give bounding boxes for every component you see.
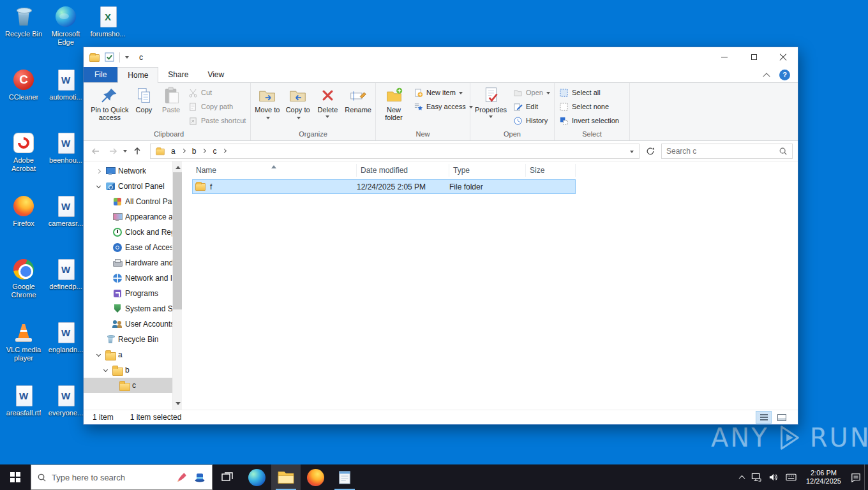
address-history-chevron-icon[interactable] bbox=[625, 147, 639, 156]
tree-item[interactable]: Network and In bbox=[84, 271, 172, 286]
tree-item[interactable]: Ease of Access bbox=[84, 240, 172, 255]
qat-customize-chevron-icon[interactable] bbox=[125, 56, 129, 61]
select-none-button[interactable]: Select none bbox=[556, 100, 627, 114]
task-view-button[interactable] bbox=[213, 464, 242, 490]
edit-button[interactable]: Edit bbox=[510, 100, 551, 114]
sidebar-scrollbar[interactable] bbox=[172, 161, 182, 410]
copy-button[interactable]: Copy bbox=[131, 84, 158, 130]
up-button[interactable] bbox=[130, 146, 144, 156]
new-item-button[interactable]: New item bbox=[410, 85, 468, 100]
tree-item[interactable]: Appearance an bbox=[84, 209, 172, 225]
tree-item[interactable]: Control Panel bbox=[84, 179, 172, 194]
select-all-button[interactable]: Select all bbox=[556, 85, 627, 100]
details-view-button[interactable] bbox=[756, 412, 771, 423]
tree-item[interactable]: b bbox=[84, 362, 172, 378]
cut-button[interactable]: Cut bbox=[185, 85, 249, 100]
tree-chevron-icon[interactable] bbox=[96, 352, 103, 359]
tree-item[interactable]: a bbox=[84, 347, 172, 362]
scroll-up-icon[interactable] bbox=[173, 161, 183, 171]
tree-chevron-icon[interactable] bbox=[103, 244, 110, 251]
tree-chevron-icon[interactable] bbox=[110, 382, 117, 389]
back-button[interactable] bbox=[89, 146, 103, 156]
copy-to-button[interactable]: Copy to bbox=[283, 84, 313, 130]
open-button[interactable]: Open bbox=[510, 85, 551, 100]
qat-properties-button[interactable] bbox=[105, 52, 114, 62]
tree-chevron-icon[interactable] bbox=[103, 321, 110, 328]
properties-button[interactable]: Properties bbox=[472, 84, 510, 130]
desktop-icon[interactable]: Firefox bbox=[3, 192, 45, 255]
hidden-icons-button[interactable] bbox=[740, 475, 744, 480]
desktop-icon[interactable]: Adobe Acrobat bbox=[3, 129, 45, 192]
tree-chevron-icon[interactable] bbox=[103, 214, 110, 221]
scrollbar-thumb[interactable] bbox=[173, 172, 182, 309]
desktop-icon[interactable]: camerasr... bbox=[45, 192, 87, 255]
tree-item[interactable]: c bbox=[84, 378, 172, 393]
search-highlight-hat-icon[interactable] bbox=[193, 471, 206, 484]
tree-chevron-icon[interactable] bbox=[103, 260, 110, 267]
network-tray-icon[interactable] bbox=[751, 473, 761, 482]
tree-chevron-icon[interactable] bbox=[103, 290, 110, 297]
taskbar-search-box[interactable] bbox=[31, 464, 213, 490]
tree-chevron-icon[interactable] bbox=[96, 168, 103, 175]
desktop-icon[interactable]: definedp... bbox=[45, 255, 87, 318]
search-highlight-brush-icon[interactable] bbox=[176, 471, 188, 484]
tree-chevron-icon[interactable] bbox=[103, 198, 110, 205]
tab-share[interactable]: Share bbox=[158, 67, 198, 82]
touch-keyboard-tray-icon[interactable] bbox=[786, 473, 797, 481]
title-bar[interactable]: c bbox=[84, 47, 798, 67]
easy-access-button[interactable]: Easy access bbox=[410, 100, 468, 114]
tree-item[interactable]: System and Se bbox=[84, 301, 172, 316]
taskbar-explorer-button[interactable] bbox=[271, 464, 301, 490]
recent-locations-chevron-icon[interactable] bbox=[123, 150, 127, 154]
scroll-down-icon[interactable] bbox=[173, 400, 183, 410]
close-button[interactable] bbox=[768, 47, 798, 67]
desktop-icon[interactable]: areasfall.rtf bbox=[3, 382, 45, 445]
tree-chevron-icon[interactable] bbox=[103, 367, 110, 374]
desktop-icon[interactable]: Recycle Bin bbox=[3, 3, 45, 66]
refresh-button[interactable] bbox=[643, 147, 658, 156]
desktop-icon[interactable]: englandn... bbox=[45, 318, 87, 382]
desktop-icon[interactable]: automoti... bbox=[45, 66, 87, 129]
volume-tray-icon[interactable] bbox=[768, 473, 779, 482]
desktop-icon[interactable]: beenhou... bbox=[45, 129, 87, 192]
taskbar-firefox-button[interactable] bbox=[301, 464, 330, 490]
tree-item[interactable]: Clock and Regi bbox=[84, 225, 172, 240]
tab-home[interactable]: Home bbox=[117, 67, 158, 83]
address-bar[interactable]: abc bbox=[150, 144, 640, 159]
collapse-ribbon-icon[interactable] bbox=[763, 73, 770, 80]
thumbnails-view-button[interactable] bbox=[774, 412, 789, 423]
desktop-icon[interactable]: VLC media player bbox=[3, 318, 45, 382]
column-header[interactable]: Type bbox=[449, 164, 526, 177]
pin-to-quick-access-button[interactable]: Pin to Quick access bbox=[89, 84, 131, 130]
breadcrumb-segment[interactable]: b bbox=[188, 147, 209, 156]
tree-item[interactable]: Recycle Bin bbox=[84, 332, 172, 347]
action-center-button[interactable] bbox=[851, 473, 861, 482]
history-button[interactable]: History bbox=[510, 114, 551, 128]
start-button[interactable] bbox=[0, 464, 31, 490]
tab-view[interactable]: View bbox=[198, 67, 234, 82]
tree-item[interactable]: All Control Par bbox=[84, 194, 172, 209]
tree-chevron-icon[interactable] bbox=[103, 275, 110, 282]
rename-button[interactable]: Rename bbox=[342, 84, 374, 130]
minimize-button[interactable] bbox=[710, 47, 739, 67]
breadcrumb-segment[interactable]: a bbox=[167, 147, 188, 156]
taskbar-clock[interactable]: 2:06 PM 12/24/2025 bbox=[804, 469, 844, 486]
tree-chevron-icon[interactable] bbox=[96, 336, 103, 343]
tree-chevron-icon[interactable] bbox=[96, 183, 103, 190]
tree-chevron-icon[interactable] bbox=[103, 229, 110, 236]
desktop-icon[interactable]: Microsoft Edge bbox=[45, 3, 87, 66]
paste-button[interactable]: Paste bbox=[157, 84, 185, 130]
taskbar-search-input[interactable] bbox=[52, 473, 170, 482]
new-folder-button[interactable]: New folder bbox=[377, 84, 410, 130]
copy-path-button[interactable]: Copy path bbox=[185, 100, 249, 114]
maximize-button[interactable] bbox=[739, 47, 768, 67]
tree-item[interactable]: Network bbox=[84, 163, 172, 179]
tab-file[interactable]: File bbox=[84, 67, 117, 82]
column-header[interactable]: Date modified bbox=[357, 164, 449, 177]
show-desktop-button[interactable] bbox=[864, 464, 868, 490]
delete-button[interactable]: Delete bbox=[313, 84, 343, 130]
desktop-icon[interactable]: CCleaner bbox=[3, 66, 45, 129]
breadcrumb-segment[interactable]: c bbox=[208, 147, 228, 156]
forward-button[interactable] bbox=[106, 146, 120, 156]
desktop-icon[interactable]: everyone... bbox=[45, 382, 87, 445]
